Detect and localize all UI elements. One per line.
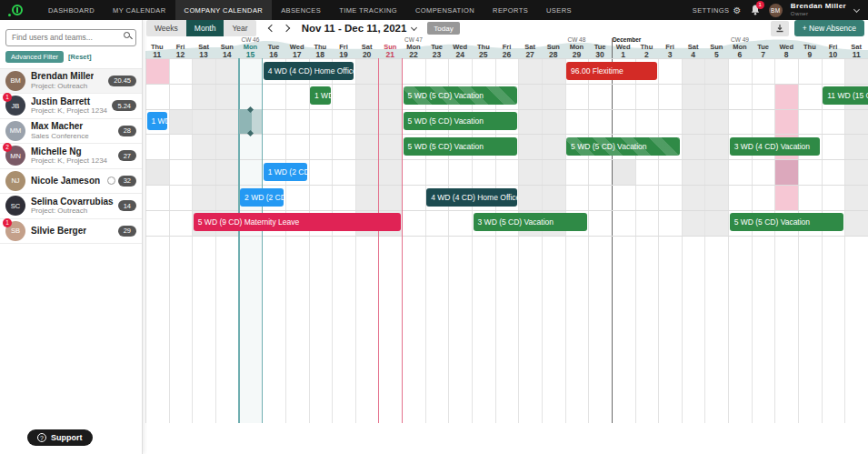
weekend-column: [355, 58, 379, 236]
nav-item-dashboard[interactable]: DASHBOARD: [39, 0, 104, 20]
user-row[interactable]: MN2Michelle NgProject: K, Project 123427: [0, 144, 142, 169]
absence-bar-vacation[interactable]: 5 WD (5 CD) Vacation: [404, 112, 517, 130]
absence-bar-vacation[interactable]: 5 WD (5 CD) Vacation: [730, 213, 843, 231]
weekend-column: [704, 58, 728, 236]
day-gridline: [169, 58, 170, 423]
day-header-tue-16[interactable]: Tue16: [262, 36, 285, 58]
user-info: Silvie Berger: [31, 226, 86, 237]
day-header-fri-12[interactable]: Fri12: [169, 36, 193, 58]
day-header-thu-2[interactable]: Thu2: [635, 36, 659, 58]
day-header-thu-25[interactable]: Thu25: [472, 36, 495, 58]
circle-status-icon[interactable]: [107, 177, 115, 185]
user-row[interactable]: SB1Silvie Berger29: [0, 219, 142, 245]
day-header-mon-22[interactable]: CW 47Mon22: [402, 36, 425, 58]
drag-selection-box[interactable]: [239, 109, 263, 135]
user-info: Michelle NgProject: K, Project 1234: [31, 146, 107, 166]
user-row[interactable]: BMBrendan MillerProject: Outreach20.45: [0, 69, 142, 95]
absence-bar-vacation[interactable]: 3 WD (5 CD) Vacation: [474, 213, 587, 231]
user-name: Brendan Miller: [791, 3, 846, 11]
day-header-tue-23[interactable]: Tue23: [425, 36, 449, 58]
user-row[interactable]: MMMax MacherSales Conference28: [0, 119, 142, 145]
day-header-sat-4[interactable]: Sat4: [682, 36, 705, 58]
user-row[interactable]: SCSelina CovarrubiasProject: Outreach14: [0, 194, 142, 219]
day-header-thu-11[interactable]: Thu11: [145, 36, 169, 58]
absence-bar-homeoffice[interactable]: 4 WD (4 CD) Home Office: [426, 188, 517, 207]
app-logo-icon[interactable]: [8, 0, 23, 20]
day-header-sat-27[interactable]: Sat27: [518, 36, 542, 58]
user-menu[interactable]: Brendan Miller Owner: [791, 3, 846, 16]
day-header-thu-9[interactable]: Thu9: [798, 36, 822, 58]
day-header-wed-17[interactable]: Wed17: [285, 36, 309, 58]
nonworking-day-cell: [612, 159, 635, 185]
day-header-tue-7[interactable]: Tue7: [752, 36, 775, 58]
absence-bar-other[interactable]: 1 WD (: [147, 112, 168, 130]
day-header-sun-5[interactable]: Sun5: [704, 36, 728, 58]
day-header-mon-6[interactable]: CW 49Mon6: [728, 36, 752, 58]
day-gridline: [355, 58, 356, 423]
view-toggle-month[interactable]: Month: [186, 20, 224, 36]
nav-item-my-calendar[interactable]: MY CALENDAR: [104, 0, 175, 20]
day-header-sun-28[interactable]: Sun28: [542, 36, 565, 58]
settings-button[interactable]: SETTINGS ⚙: [693, 5, 742, 15]
search-input[interactable]: [5, 29, 136, 46]
day-gridline: [542, 58, 543, 423]
absence-bar-vacation[interactable]: 5 WD (5 CD) Vacation: [404, 137, 517, 156]
view-toggle-weeks[interactable]: Weeks: [146, 20, 186, 36]
day-header-fri-19[interactable]: Fri19: [332, 36, 355, 58]
nav-item-compensation[interactable]: COMPENSATION: [406, 0, 484, 20]
user-right: 14: [118, 200, 136, 211]
nav-item-reports[interactable]: REPORTS: [484, 0, 537, 20]
notifications-button[interactable]: 1: [750, 4, 761, 16]
absence-bar-flexitime[interactable]: 96.00 Flexitime: [566, 62, 657, 80]
advanced-filter-button[interactable]: Advanced Filter: [5, 51, 64, 63]
day-header-mon-15[interactable]: CW 46Mon15: [239, 36, 263, 58]
day-header-tue-30[interactable]: Tue30: [588, 36, 612, 58]
today-button[interactable]: Today: [427, 22, 459, 35]
next-arrow-icon[interactable]: [282, 25, 289, 32]
day-gridline: [682, 58, 683, 423]
day-header-sat-11[interactable]: Sat11: [844, 36, 868, 58]
avatar[interactable]: BM: [769, 4, 783, 17]
user-row[interactable]: JB1Justin BarrettProject: K, Project 123…: [0, 94, 142, 119]
nav-item-company-calendar[interactable]: COMPANY CALENDAR: [175, 0, 273, 20]
user-right: 28: [118, 126, 136, 136]
chevron-down-icon[interactable]: [853, 5, 860, 12]
day-header-wed-1[interactable]: DecemberWed1: [612, 36, 635, 58]
absence-bar-maternity[interactable]: 5 WD (9 CD) Maternity Leave: [194, 213, 401, 231]
date-range-selector[interactable]: Nov 11 - Dec 11, 2021: [302, 23, 417, 34]
absence-bar-vacation[interactable]: 5 WD (5 CD) Vacation: [566, 137, 680, 156]
day-header-wed-8[interactable]: Wed8: [774, 36, 798, 58]
absence-bar-vacation[interactable]: 5 WD (5 CD) Vacation: [404, 86, 517, 105]
day-header-mon-29[interactable]: CW 48Mon29: [565, 36, 589, 58]
absence-bar-vacation[interactable]: 3 WD (4 CD) Vacation: [730, 137, 821, 156]
nav-item-users[interactable]: USERS: [537, 0, 581, 20]
nav-item-absences[interactable]: ABSENCES: [272, 0, 330, 20]
download-button[interactable]: [771, 21, 789, 36]
nav-item-time-tracking[interactable]: TIME TRACKING: [330, 0, 406, 20]
reset-filter-link[interactable]: [Reset]: [68, 53, 91, 61]
support-button[interactable]: ? Support: [27, 429, 93, 446]
user-row[interactable]: NJNicole Jameson32: [0, 169, 142, 195]
day-header-wed-24[interactable]: Wed24: [448, 36, 472, 58]
day-header-sun-21[interactable]: Sun21: [378, 36, 402, 58]
day-header-sat-20[interactable]: Sat20: [355, 36, 379, 58]
day-header-fri-26[interactable]: Fri26: [495, 36, 519, 58]
user-right: 5.24: [112, 100, 136, 111]
day-header-fri-10[interactable]: Fri10: [822, 36, 845, 58]
prev-arrow-icon[interactable]: [267, 25, 274, 32]
absence-bar-other[interactable]: 2 WD (2 CD): [240, 188, 284, 207]
avatar: SC: [5, 196, 25, 216]
absence-bar-vacation[interactable]: 11 WD (15 C: [823, 86, 868, 105]
day-header-thu-18[interactable]: Thu18: [309, 36, 333, 58]
absence-bar-vacation[interactable]: 1 WD (: [310, 86, 331, 105]
absence-bar-other[interactable]: 1 WD (2 CD): [264, 163, 307, 181]
day-header-sat-13[interactable]: Sat13: [192, 36, 215, 58]
day-gridline: [285, 58, 286, 423]
weekend-column: [378, 58, 402, 236]
day-header-fri-3[interactable]: Fri3: [658, 36, 682, 58]
view-toggle-year[interactable]: Year: [224, 20, 255, 36]
row-separator: [145, 58, 868, 59]
new-absence-button[interactable]: + New Absence: [794, 20, 864, 36]
absence-bar-homeoffice[interactable]: 4 WD (4 CD) Home Office: [264, 62, 354, 80]
day-header-sun-14[interactable]: Sun14: [215, 36, 239, 58]
